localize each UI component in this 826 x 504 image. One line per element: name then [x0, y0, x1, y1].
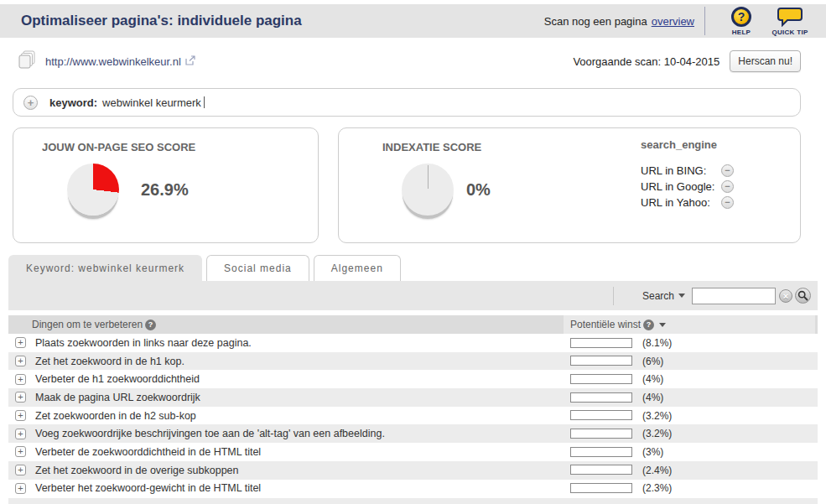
improvement-label: Verbeter de h1 zoekwoorddichtheid — [35, 373, 200, 385]
url-row: http://www.webwinkelkeur.nl Voorgaande s… — [0, 44, 826, 78]
overview-link[interactable]: overview — [652, 15, 694, 28]
external-link-icon[interactable] — [185, 54, 196, 69]
seo-panel-title: JOUW ON-PAGE SEO SCORE — [42, 141, 195, 153]
help-icon: ? — [731, 7, 751, 27]
potential-header-label: Potentiële winst — [570, 319, 641, 330]
help-label: HELP — [732, 29, 751, 36]
potential-bar — [570, 410, 632, 420]
search-engine-label: URL in Yahoo: — [641, 196, 721, 209]
potential-bar — [570, 447, 632, 457]
table-row: + Maak de pagina URL zoekwoordrijk (4%) — [8, 388, 818, 407]
potential-bar — [570, 465, 632, 475]
search-engine-row: URL in Google: − — [641, 180, 734, 193]
indexation-pie — [402, 164, 454, 216]
table-row: + Voeg zoekwoordrijke beschrijvingen toe… — [8, 424, 818, 443]
page-url: http://www.webwinkelkeur.nl — [45, 55, 181, 68]
next-row-partial — [8, 498, 818, 504]
indexation-panel-title: INDEXATIE SCORE — [382, 141, 481, 153]
expand-row-button[interactable]: + — [15, 429, 26, 439]
header-divider — [704, 7, 705, 35]
expand-row-button[interactable]: + — [15, 465, 26, 475]
search-engine-row: URL in Yahoo: − — [641, 196, 734, 209]
clear-search-button[interactable]: × — [779, 289, 792, 303]
expand-row-button[interactable]: + — [15, 410, 26, 421]
page-title: Optimaliseer pagina's: individuele pagin… — [21, 13, 544, 29]
score-panels: JOUW ON-PAGE SEO SCORE 26.9% INDEXATIE S… — [13, 127, 801, 243]
tab[interactable]: Algemeen — [314, 255, 401, 281]
potential-percent: (2.3%) — [642, 482, 672, 494]
previous-scan-text: Voorgaande scan: 10-04-2015 — [573, 55, 720, 68]
improvement-label: Plaats zoekwoorden in links naar deze pa… — [35, 337, 252, 349]
seo-pie — [67, 164, 119, 216]
potential-bar — [570, 392, 632, 403]
search-submit-button[interactable] — [795, 288, 811, 304]
expand-row-button[interactable]: + — [15, 483, 26, 494]
column-improvements: Dingen om te verbeteren ? — [8, 319, 156, 330]
table-row: + Verbeter de h1 zoekwoorddichtheid (4%) — [8, 370, 818, 388]
expand-row-button[interactable]: + — [15, 337, 26, 348]
keyword-input[interactable]: webwinkel keurmerk — [102, 89, 790, 116]
improvements-help-icon[interactable]: ? — [145, 320, 156, 330]
table-row: + Zet het zoekwoord in de overige subkop… — [8, 461, 818, 480]
table-row: + Verbeter het zoekwoord-gewicht in de H… — [8, 480, 818, 498]
potential-bar — [570, 374, 632, 384]
expand-row-button[interactable]: + — [15, 392, 26, 403]
search-toolbar: Search × — [8, 281, 818, 310]
improvement-label: Zet het zoekwoord in de overige subkoppe… — [35, 465, 239, 476]
potential-percent: (3.2%) — [642, 428, 672, 439]
search-caret-icon[interactable] — [678, 294, 685, 298]
potential-percent: (6%) — [642, 356, 663, 367]
potential-percent: (2.4%) — [642, 465, 672, 476]
improvement-label: Verbeter de zoekwoorddichtheid in de HTM… — [35, 446, 261, 458]
seo-score-panel: JOUW ON-PAGE SEO SCORE 26.9% — [13, 127, 319, 243]
tab-bar: Keyword: webwinkel keurmerk Social media… — [8, 255, 826, 281]
search-engine-row: URL in BING: − — [641, 164, 734, 177]
potential-percent: (3%) — [642, 446, 663, 458]
improvements-header-label: Dingen om te verbeteren — [32, 319, 143, 330]
pages-icon — [18, 50, 35, 72]
expand-row-button[interactable]: + — [15, 356, 26, 366]
header-actions: Scan nog een pagina overview ? HELP QUIC… — [544, 7, 814, 36]
column-potential-sort[interactable]: Potentiële winst ? — [564, 315, 815, 334]
table-header: Dingen om te verbeteren ? Potentiële win… — [8, 315, 818, 334]
improvement-label: Maak de pagina URL zoekwoordrijk — [35, 392, 200, 403]
header: Optimaliseer pagina's: individuele pagin… — [0, 4, 826, 38]
search-dropdown[interactable]: Search — [642, 290, 674, 302]
potential-percent: (8.1%) — [642, 337, 672, 349]
add-keyword-icon[interactable]: + — [23, 96, 38, 110]
potential-bar — [570, 483, 632, 493]
indexation-panel: INDEXATIE SCORE 0% search_engine URL in … — [338, 127, 801, 243]
potential-percent: (4%) — [642, 392, 663, 403]
table-row: + Plaats zoekwoorden in links naar deze … — [8, 334, 818, 352]
tab[interactable]: Keyword: webwinkel keurmerk — [8, 255, 202, 281]
search-engine-title: search_engine — [641, 138, 734, 151]
text-cursor — [204, 96, 205, 108]
tab[interactable]: Social media — [206, 255, 309, 281]
improvement-label: Voeg zoekwoordrijke beschrijvingen toe a… — [35, 428, 385, 439]
keyword-value: webwinkel keurmerk — [102, 96, 201, 109]
improvement-label: Zet zoekwoorden in de h2 sub-kop — [35, 410, 196, 422]
improvement-label: Verbeter het zoekwoord-gewicht in de HTM… — [35, 482, 261, 494]
help-button[interactable]: ? HELP — [717, 7, 766, 36]
table-row: + Zet zoekwoorden in de h2 sub-kop (3.2%… — [8, 407, 818, 425]
minus-status-icon: − — [721, 196, 734, 209]
minus-status-icon: − — [721, 180, 734, 193]
search-engine-label: URL in Google: — [641, 180, 721, 193]
quick-tip-button[interactable]: QUICK TIP — [766, 7, 814, 36]
indexation-score-value: 0% — [466, 180, 491, 200]
quick-tip-icon — [777, 7, 803, 27]
potential-bar — [570, 338, 632, 348]
potential-help-icon[interactable]: ? — [643, 320, 654, 330]
scan-again-text: Scan nog een pagina — [544, 15, 647, 28]
potential-percent: (3.2%) — [642, 410, 672, 422]
search-engine-block: search_engine URL in BING: − URL in Goog… — [641, 138, 734, 212]
search-input[interactable] — [692, 288, 776, 304]
table-row: + Zet het zoekwoord in de h1 kop. (6%) — [8, 352, 818, 371]
keyword-label: keyword: — [49, 96, 97, 109]
minus-status-icon: − — [721, 164, 734, 177]
expand-row-button[interactable]: + — [15, 446, 26, 457]
rescan-button[interactable]: Herscan nu! — [730, 50, 801, 72]
search-engine-label: URL in BING: — [641, 164, 721, 177]
expand-row-button[interactable]: + — [15, 374, 26, 385]
sort-desc-icon — [659, 323, 666, 327]
